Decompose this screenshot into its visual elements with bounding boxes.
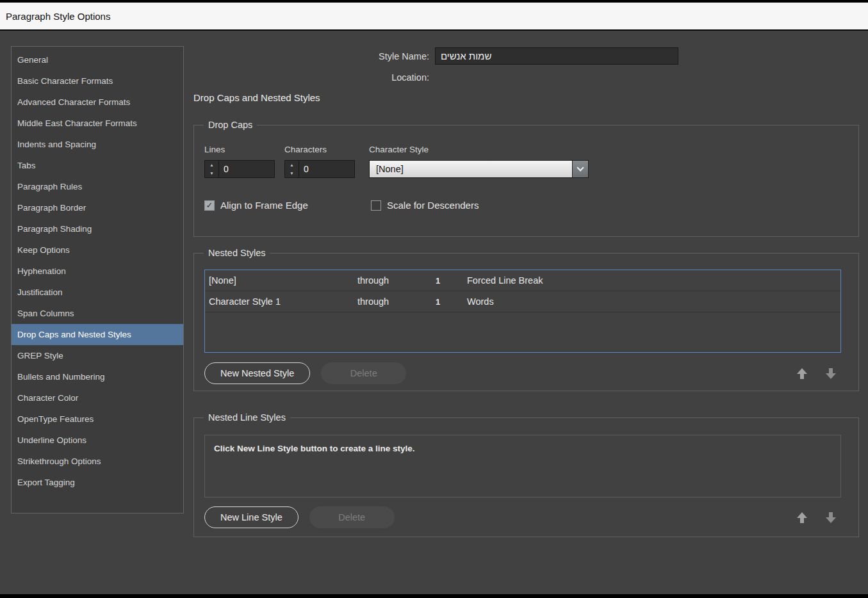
characters-label: Characters: [284, 145, 369, 154]
nested-line-styles-reorder-arrows: [797, 512, 836, 523]
sidebar-item-paragraph-shading[interactable]: Paragraph Shading: [12, 218, 183, 239]
move-up-icon[interactable]: [797, 512, 807, 523]
align-to-frame-edge-checkbox[interactable]: ✓ Align to Frame Edge: [204, 200, 308, 211]
nested-styles-group: Nested Styles [None] through 1 Forced Li…: [193, 253, 859, 391]
dialog-content: Style Name: Location: Drop Caps and Nest…: [193, 32, 859, 537]
delete-nested-style-button: Delete: [321, 362, 406, 384]
lines-decrement-button[interactable]: ▼: [205, 169, 218, 177]
nested-style-name[interactable]: [None]: [209, 275, 357, 286]
nested-line-styles-buttons: New Line Style Delete: [204, 506, 841, 528]
checkbox-unchecked[interactable]: [371, 200, 381, 211]
scale-for-descenders-checkbox[interactable]: Scale for Descenders: [371, 200, 479, 211]
sidebar-item-justification[interactable]: Justification: [12, 282, 183, 303]
sidebar-item-drop-caps-and-nested-styles[interactable]: Drop Caps and Nested Styles: [12, 324, 183, 345]
drop-caps-checkbox-row: ✓ Align to Frame Edge Scale for Descende…: [194, 200, 858, 213]
style-name-label: Style Name:: [193, 51, 429, 61]
chevron-up-icon: ▲: [290, 163, 293, 167]
lines-stepper: ▲ ▼: [204, 160, 275, 178]
new-nested-style-button[interactable]: New Nested Style: [204, 362, 310, 384]
chevron-up-icon: ▲: [209, 163, 213, 167]
nested-style-row[interactable]: [None] through 1 Forced Line Break: [205, 270, 840, 291]
nested-line-styles-group-title: Nested Line Styles: [204, 412, 290, 423]
bottom-border: [0, 594, 868, 598]
scale-for-descenders-label: Scale for Descenders: [387, 200, 479, 211]
lines-increment-button[interactable]: ▲: [205, 161, 218, 169]
align-to-frame-edge-label: Align to Frame Edge: [220, 200, 308, 211]
dialog-title: Paragraph Style Options: [6, 11, 110, 22]
sidebar-item-character-color[interactable]: Character Color: [12, 387, 183, 408]
nested-styles-buttons: New Nested Style Delete: [204, 362, 841, 384]
paragraph-style-options-dialog: Paragraph Style Options General Basic Ch…: [0, 0, 868, 598]
lines-input[interactable]: [219, 161, 274, 177]
characters-stepper: ▲ ▼: [284, 160, 355, 178]
lines-spinner: ▲ ▼: [205, 161, 219, 177]
nested-style-row[interactable]: Character Style 1 through 1 Words: [205, 291, 840, 312]
nested-style-count[interactable]: 1: [436, 276, 467, 286]
sidebar-item-basic-character-formats[interactable]: Basic Character Formats: [12, 70, 183, 92]
sidebar-item-keep-options[interactable]: Keep Options: [12, 239, 183, 261]
nested-styles-group-title: Nested Styles: [204, 248, 270, 258]
panel-title: Drop Caps and Nested Styles: [193, 92, 859, 103]
character-style-select[interactable]: [None]: [369, 160, 589, 178]
sidebar-item-grep-style[interactable]: GREP Style: [12, 345, 183, 366]
sidebar-item-paragraph-border[interactable]: Paragraph Border: [12, 197, 183, 218]
lines-label: Lines: [204, 145, 284, 154]
chevron-down-icon: ▼: [290, 171, 293, 175]
sidebar-item-strikethrough-options[interactable]: Strikethrough Options: [12, 451, 183, 472]
sidebar-item-export-tagging[interactable]: Export Tagging: [12, 472, 183, 493]
sidebar-item-middle-east-character-formats[interactable]: Middle East Character Formats: [12, 113, 183, 134]
move-up-icon[interactable]: [797, 368, 807, 379]
style-options-sidebar: General Basic Character Formats Advanced…: [11, 46, 184, 513]
location-row: Location:: [193, 72, 859, 83]
nested-line-styles-list: Click New Line Style button to create a …: [204, 435, 841, 497]
checkbox-checked[interactable]: ✓: [204, 200, 215, 211]
nested-style-relation[interactable]: through: [357, 275, 436, 286]
nested-line-styles-empty-message: Click New Line Style button to create a …: [214, 444, 831, 453]
style-name-input[interactable]: [435, 47, 678, 65]
new-line-style-button[interactable]: New Line Style: [204, 506, 299, 528]
nested-styles-list: [None] through 1 Forced Line Break Chara…: [204, 270, 841, 353]
sidebar-item-bullets-and-numbering[interactable]: Bullets and Numbering: [12, 366, 183, 387]
sidebar-item-underline-options[interactable]: Underline Options: [12, 430, 183, 451]
character-style-selected-value: [None]: [370, 161, 572, 177]
characters-input[interactable]: [299, 161, 354, 177]
chevron-down-icon: ▼: [209, 171, 213, 175]
move-down-icon[interactable]: [826, 512, 836, 523]
characters-increment-button[interactable]: ▲: [285, 161, 299, 169]
character-style-label: Character Style: [369, 145, 858, 154]
sidebar-item-span-columns[interactable]: Span Columns: [12, 303, 183, 324]
drop-caps-controls: ▲ ▼ ▲ ▼: [194, 160, 858, 178]
delete-line-style-button: Delete: [309, 506, 395, 528]
chevron-down-icon: [577, 164, 584, 171]
location-label: Location:: [193, 72, 429, 83]
sidebar-item-tabs[interactable]: Tabs: [12, 155, 183, 176]
nested-style-relation[interactable]: through: [357, 296, 436, 307]
sidebar-item-general[interactable]: General: [12, 49, 183, 70]
check-icon: ✓: [206, 201, 213, 209]
characters-spinner: ▲ ▼: [285, 161, 299, 177]
nested-style-count[interactable]: 1: [436, 297, 467, 307]
nested-styles-reorder-arrows: [797, 368, 836, 379]
sidebar-item-paragraph-rules[interactable]: Paragraph Rules: [12, 176, 183, 197]
nested-style-name[interactable]: Character Style 1: [209, 296, 357, 307]
nested-style-element[interactable]: Forced Line Break: [467, 275, 840, 286]
nested-line-styles-group: Nested Line Styles Click New Line Style …: [193, 417, 859, 537]
style-name-row: Style Name:: [193, 47, 859, 65]
sidebar-item-indents-and-spacing[interactable]: Indents and Spacing: [12, 134, 183, 155]
drop-caps-group-title: Drop Caps: [204, 120, 257, 130]
dialog-titlebar: Paragraph Style Options: [0, 3, 868, 31]
sidebar-item-opentype-features[interactable]: OpenType Features: [12, 408, 183, 430]
drop-caps-group: Drop Caps Lines Characters Character Sty…: [193, 125, 859, 237]
drop-caps-field-labels: Lines Characters Character Style: [194, 145, 858, 154]
sidebar-item-advanced-character-formats[interactable]: Advanced Character Formats: [12, 92, 183, 113]
characters-decrement-button[interactable]: ▼: [285, 169, 299, 177]
character-style-dropdown-button[interactable]: [572, 161, 588, 177]
sidebar-item-hyphenation[interactable]: Hyphenation: [12, 261, 183, 282]
nested-style-element[interactable]: Words: [467, 296, 840, 307]
move-down-icon[interactable]: [826, 368, 836, 379]
